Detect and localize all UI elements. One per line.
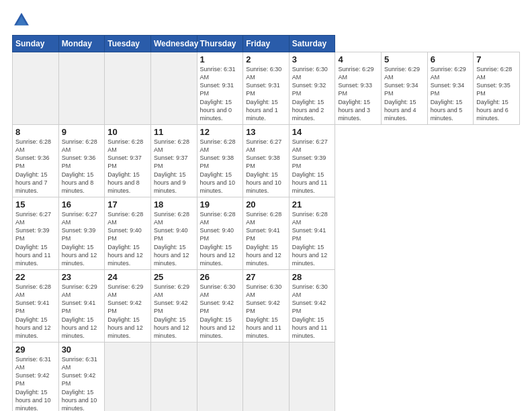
day-number: 15 (15, 199, 56, 210)
calendar-cell: 2Sunrise: 6:30 AMSunset: 9:31 PMDaylight… (243, 52, 290, 125)
day-number: 28 (292, 272, 332, 282)
day-info: Sunrise: 6:28 AMSunset: 9:41 PMDaylight:… (246, 211, 281, 267)
day-info: Sunrise: 6:29 AMSunset: 9:42 PMDaylight:… (107, 283, 143, 339)
day-number: 13 (246, 127, 286, 137)
calendar-cell: 10Sunrise: 6:28 AMSunset: 9:37 PMDayligh… (105, 124, 151, 197)
calendar-week-5: 29Sunrise: 6:31 AMSunset: 9:42 PMDayligh… (13, 342, 520, 411)
calendar-week-1: 1Sunrise: 6:31 AMSunset: 9:31 PMDaylight… (13, 52, 520, 125)
day-number: 22 (15, 272, 56, 282)
weekday-header-wednesday: Wednesday (150, 36, 197, 52)
day-number: 2 (246, 54, 286, 64)
day-number: 19 (200, 199, 240, 210)
day-info: Sunrise: 6:28 AMSunset: 9:35 PMDaylight:… (476, 66, 512, 122)
day-number: 20 (246, 199, 286, 210)
day-info: Sunrise: 6:30 AMSunset: 9:42 PMDaylight:… (200, 283, 236, 339)
day-info: Sunrise: 6:31 AMSunset: 9:31 PMDaylight:… (200, 66, 236, 122)
calendar-cell: 20Sunrise: 6:28 AMSunset: 9:41 PMDayligh… (243, 197, 290, 269)
day-info: Sunrise: 6:29 AMSunset: 9:34 PMDaylight:… (431, 66, 466, 122)
calendar-cell (105, 52, 151, 125)
calendar-cell: 6Sunrise: 6:29 AMSunset: 9:34 PMDaylight… (427, 52, 474, 125)
day-number: 30 (62, 345, 102, 355)
calendar-cell: 30Sunrise: 6:31 AMSunset: 9:42 PMDayligh… (58, 342, 105, 411)
day-number: 25 (154, 272, 194, 282)
day-number: 16 (62, 199, 102, 210)
calendar-cell: 23Sunrise: 6:29 AMSunset: 9:41 PMDayligh… (58, 269, 105, 342)
calendar-cell (150, 52, 197, 125)
day-info: Sunrise: 6:28 AMSunset: 9:37 PMDaylight:… (154, 138, 189, 194)
day-number: 12 (200, 127, 240, 137)
day-number: 8 (15, 127, 56, 137)
calendar-cell: 12Sunrise: 6:28 AMSunset: 9:38 PMDayligh… (197, 124, 243, 197)
day-info: Sunrise: 6:28 AMSunset: 9:40 PMDaylight:… (154, 211, 189, 267)
day-number: 5 (384, 54, 425, 64)
calendar-cell: 7Sunrise: 6:28 AMSunset: 9:35 PMDaylight… (474, 52, 520, 125)
day-number: 29 (15, 345, 56, 355)
day-info: Sunrise: 6:28 AMSunset: 9:38 PMDaylight:… (200, 138, 236, 194)
calendar-cell (150, 342, 197, 411)
logo (12, 11, 34, 30)
day-info: Sunrise: 6:28 AMSunset: 9:37 PMDaylight:… (107, 138, 143, 194)
calendar-cell: 22Sunrise: 6:28 AMSunset: 9:41 PMDayligh… (13, 269, 59, 342)
calendar-cell: 15Sunrise: 6:27 AMSunset: 9:39 PMDayligh… (13, 197, 59, 269)
day-number: 9 (62, 127, 102, 137)
day-info: Sunrise: 6:29 AMSunset: 9:33 PMDaylight:… (338, 66, 373, 122)
calendar-cell: 26Sunrise: 6:30 AMSunset: 9:42 PMDayligh… (197, 269, 243, 342)
calendar-week-4: 22Sunrise: 6:28 AMSunset: 9:41 PMDayligh… (13, 269, 520, 342)
day-number: 21 (292, 199, 332, 210)
calendar-cell: 11Sunrise: 6:28 AMSunset: 9:37 PMDayligh… (150, 124, 197, 197)
calendar-cell (13, 52, 59, 125)
day-info: Sunrise: 6:30 AMSunset: 9:31 PMDaylight:… (246, 66, 281, 122)
weekday-header-sunday: Sunday (13, 36, 59, 52)
day-number: 26 (200, 272, 240, 282)
weekday-header-friday: Friday (243, 36, 290, 52)
day-info: Sunrise: 6:27 AMSunset: 9:39 PMDaylight:… (292, 138, 328, 194)
day-number: 27 (246, 272, 286, 282)
day-info: Sunrise: 6:31 AMSunset: 9:42 PMDaylight:… (15, 356, 51, 411)
weekday-header-row: SundayMondayTuesdayWednesdayThursdayFrid… (13, 36, 520, 52)
day-info: Sunrise: 6:27 AMSunset: 9:39 PMDaylight:… (15, 211, 51, 267)
day-info: Sunrise: 6:29 AMSunset: 9:42 PMDaylight:… (154, 283, 189, 339)
day-number: 17 (107, 199, 148, 210)
calendar-cell: 28Sunrise: 6:30 AMSunset: 9:42 PMDayligh… (289, 269, 335, 342)
day-number: 6 (431, 54, 471, 64)
calendar-week-2: 8Sunrise: 6:28 AMSunset: 9:36 PMDaylight… (13, 124, 520, 197)
day-info: Sunrise: 6:27 AMSunset: 9:39 PMDaylight:… (62, 211, 97, 267)
calendar-cell: 5Sunrise: 6:29 AMSunset: 9:34 PMDaylight… (382, 52, 428, 125)
weekday-header-tuesday: Tuesday (105, 36, 151, 52)
day-info: Sunrise: 6:30 AMSunset: 9:42 PMDaylight:… (246, 283, 281, 339)
day-number: 24 (107, 272, 148, 282)
day-info: Sunrise: 6:28 AMSunset: 9:41 PMDaylight:… (292, 211, 328, 267)
calendar-cell: 14Sunrise: 6:27 AMSunset: 9:39 PMDayligh… (289, 124, 335, 197)
calendar-cell (289, 342, 335, 411)
day-info: Sunrise: 6:28 AMSunset: 9:40 PMDaylight:… (107, 211, 143, 267)
day-info: Sunrise: 6:29 AMSunset: 9:34 PMDaylight:… (384, 66, 420, 122)
day-number: 23 (62, 272, 102, 282)
day-number: 10 (107, 127, 148, 137)
day-info: Sunrise: 6:28 AMSunset: 9:36 PMDaylight:… (15, 138, 51, 194)
calendar-cell: 4Sunrise: 6:29 AMSunset: 9:33 PMDaylight… (335, 52, 382, 125)
day-info: Sunrise: 6:28 AMSunset: 9:40 PMDaylight:… (200, 211, 236, 267)
calendar-cell (243, 342, 290, 411)
calendar-cell: 1Sunrise: 6:31 AMSunset: 9:31 PMDaylight… (197, 52, 243, 125)
day-number: 7 (476, 54, 517, 64)
day-number: 1 (200, 54, 240, 64)
calendar-cell: 9Sunrise: 6:28 AMSunset: 9:36 PMDaylight… (58, 124, 105, 197)
calendar-cell: 27Sunrise: 6:30 AMSunset: 9:42 PMDayligh… (243, 269, 290, 342)
header (12, 11, 520, 30)
calendar-cell: 19Sunrise: 6:28 AMSunset: 9:40 PMDayligh… (197, 197, 243, 269)
day-info: Sunrise: 6:28 AMSunset: 9:36 PMDaylight:… (62, 138, 97, 194)
day-info: Sunrise: 6:28 AMSunset: 9:41 PMDaylight:… (15, 283, 51, 339)
calendar-cell: 25Sunrise: 6:29 AMSunset: 9:42 PMDayligh… (150, 269, 197, 342)
day-info: Sunrise: 6:29 AMSunset: 9:41 PMDaylight:… (62, 283, 97, 339)
weekday-header-thursday: Thursday (197, 36, 243, 52)
day-number: 14 (292, 127, 332, 137)
day-info: Sunrise: 6:30 AMSunset: 9:42 PMDaylight:… (292, 283, 328, 339)
day-number: 3 (292, 54, 332, 64)
day-info: Sunrise: 6:31 AMSunset: 9:42 PMDaylight:… (62, 356, 97, 411)
calendar-cell: 24Sunrise: 6:29 AMSunset: 9:42 PMDayligh… (105, 269, 151, 342)
day-number: 4 (338, 54, 378, 64)
calendar-cell: 3Sunrise: 6:30 AMSunset: 9:32 PMDaylight… (289, 52, 335, 125)
calendar-cell: 16Sunrise: 6:27 AMSunset: 9:39 PMDayligh… (58, 197, 105, 269)
calendar-cell: 8Sunrise: 6:28 AMSunset: 9:36 PMDaylight… (13, 124, 59, 197)
calendar-week-3: 15Sunrise: 6:27 AMSunset: 9:39 PMDayligh… (13, 197, 520, 269)
